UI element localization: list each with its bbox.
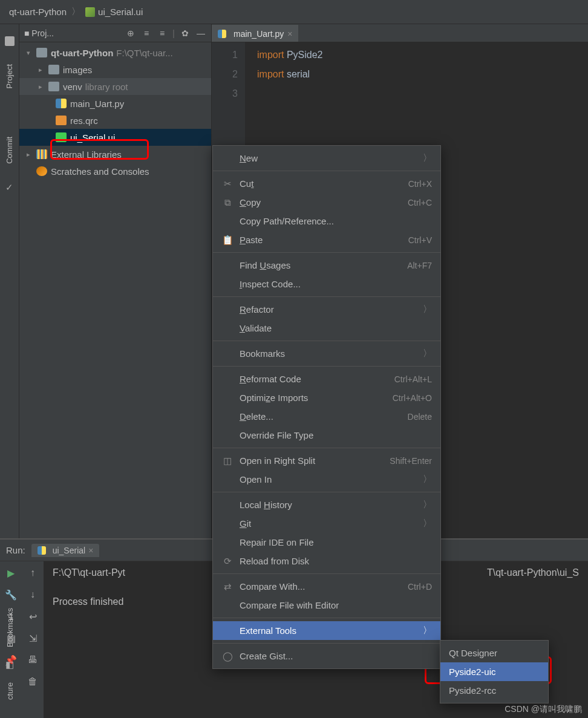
folder-icon — [36, 48, 47, 57]
github-icon: ◯ — [221, 651, 234, 662]
menu-copy[interactable]: ⧉CopyCtrl+C — [213, 193, 440, 212]
editor-tab-main-uart[interactable]: main_Uart.py × — [212, 25, 298, 42]
compare-icon: ⇄ — [221, 581, 234, 592]
external-tools-submenu: Qt Designer Pyside2-uic Pyside2-rcc — [440, 640, 549, 703]
context-menu: New〉 ✂CutCtrl+X ⧉CopyCtrl+C Copy Path/Re… — [212, 145, 441, 669]
menu-refactor[interactable]: Refactor〉 — [213, 300, 440, 319]
breadcrumb-file[interactable]: ui_Serial.ui — [98, 7, 143, 17]
submenu-qt-designer[interactable]: Qt Designer — [440, 644, 548, 662]
expand-all-icon[interactable]: ≡ — [141, 28, 152, 39]
menu-separator — [213, 573, 440, 574]
submenu-pyside2-uic[interactable]: Pyside2-uic — [440, 662, 548, 681]
run-actions-right: ↑ ↓ ↩ ⇲ 🖶 🗑 — [22, 561, 44, 718]
tree-main-uart-row[interactable]: main_Uart.py — [19, 95, 211, 112]
folder-icon — [48, 65, 59, 74]
watermark: CSDN @请叫我啸鹏 — [505, 704, 582, 715]
scratches-icon — [36, 166, 47, 176]
menu-repair[interactable]: Repair IDE on File — [213, 533, 440, 552]
hide-icon[interactable]: — — [195, 28, 206, 39]
tree-images-row[interactable]: ▸ images — [19, 61, 211, 78]
menu-copy-path[interactable]: Copy Path/Reference... — [213, 212, 440, 230]
scroll-to-end-icon[interactable]: ⇲ — [27, 633, 38, 644]
settings-icon[interactable]: ✿ — [180, 28, 191, 39]
structure-tool-label[interactable]: cture — [5, 682, 15, 700]
project-header: ■ Proj... ⊕ ≡ ≡ | ✿ — — [19, 24, 211, 42]
menu-separator — [213, 643, 440, 644]
tree-item-label: res.qrc — [70, 116, 98, 126]
menu-optimize[interactable]: Optimize ImportsCtrl+Alt+O — [213, 388, 440, 407]
print-icon[interactable]: 🖶 — [27, 654, 38, 665]
python-file-icon — [56, 99, 67, 108]
tree-res-qrc-row[interactable]: res.qrc — [19, 112, 211, 129]
run-tab[interactable]: ui_Serial × — [31, 544, 100, 557]
library-icon — [36, 149, 47, 159]
menu-new[interactable]: New〉 — [213, 149, 440, 168]
menu-inspect[interactable]: Inspect Code... — [213, 275, 440, 293]
menu-separator — [213, 618, 440, 618]
chevron-right-icon: ▸ — [39, 66, 46, 74]
tree-item-label: main_Uart.py — [70, 99, 124, 109]
menu-create-gist[interactable]: ◯Create Gist... — [213, 647, 440, 665]
line-number: 3 — [212, 84, 238, 103]
breadcrumb: qt-uart-Python 〉 ui_Serial.ui — [0, 0, 588, 24]
menu-open-split[interactable]: ◫Open in Right SplitShift+Enter — [213, 451, 440, 470]
menu-external-tools[interactable]: External Tools〉 — [213, 621, 440, 640]
tab-label: main_Uart.py — [234, 29, 284, 39]
python-file-icon — [38, 546, 46, 555]
menu-separator — [213, 171, 440, 171]
copy-icon: ⧉ — [221, 197, 234, 208]
menu-compare-editor[interactable]: Compare File with Editor — [213, 596, 440, 615]
bookmarks-tool-label[interactable]: Bookmarks — [5, 608, 15, 647]
paste-icon: 📋 — [221, 235, 234, 246]
menu-paste[interactable]: 📋PasteCtrl+V — [213, 230, 440, 249]
breadcrumb-root[interactable]: qt-uart-Python — [9, 7, 67, 17]
tree-venv-row[interactable]: ▸ venv library root — [19, 78, 211, 95]
run-tab-label: ui_Serial — [53, 546, 85, 555]
menu-override[interactable]: Override File Type — [213, 426, 440, 445]
menu-compare-with[interactable]: ⇄Compare With...Ctrl+D — [213, 577, 440, 596]
menu-find-usages[interactable]: Find UsagesAlt+F7 — [213, 256, 440, 275]
tree-root-row[interactable]: ▾ qt-uart-Python F:\QT\qt-uar... — [19, 44, 211, 61]
project-tool-icon[interactable] — [5, 36, 15, 46]
locate-icon[interactable]: ⊕ — [125, 28, 136, 39]
menu-separator — [213, 366, 440, 367]
project-title[interactable]: ■ Proj... — [24, 28, 120, 38]
submenu-pyside2-rcc[interactable]: Pyside2-rcc — [440, 681, 548, 700]
menu-bookmarks[interactable]: Bookmarks〉 — [213, 344, 440, 363]
menu-cut[interactable]: ✂CutCtrl+X — [213, 174, 440, 193]
menu-git[interactable]: Git〉 — [213, 514, 440, 533]
menu-validate[interactable]: Validate — [213, 319, 440, 338]
editor-tabbar: main_Uart.py × — [212, 24, 588, 42]
run-cmd-line-tail: T\qt-uart-Python\ui_S — [487, 567, 579, 578]
up-icon[interactable]: ↑ — [27, 567, 38, 578]
menu-reload[interactable]: ⟳Reload from Disk — [213, 552, 440, 570]
close-icon[interactable]: × — [88, 546, 93, 555]
bookmarks-tool-icon[interactable]: ◧ — [5, 659, 14, 670]
tree-item-label: images — [63, 65, 92, 75]
commit-tool-label[interactable]: Commit — [5, 137, 14, 164]
menu-reformat[interactable]: Reformat CodeCtrl+Alt+L — [213, 370, 440, 388]
project-tool-label[interactable]: Project — [5, 64, 14, 88]
tree-root-label: qt-uart-Python — [51, 48, 113, 58]
tree-venv-note: library root — [85, 82, 128, 92]
menu-delete[interactable]: Delete...Delete — [213, 407, 440, 426]
python-file-icon — [218, 30, 226, 38]
tree-scratches-row[interactable]: Scratches and Consoles — [19, 163, 211, 180]
menu-open-in[interactable]: Open In〉 — [213, 470, 440, 489]
menu-separator — [213, 448, 440, 448]
menu-local-history[interactable]: Local History〉 — [213, 495, 440, 514]
cut-icon: ✂ — [221, 178, 234, 189]
wrench-icon[interactable]: 🔧 — [5, 589, 16, 600]
collapse-all-icon[interactable]: ≡ — [157, 28, 168, 39]
rerun-icon[interactable]: ▶ — [5, 567, 16, 578]
chevron-down-icon: ▾ — [27, 49, 34, 57]
menu-separator — [213, 252, 440, 253]
wrap-icon[interactable]: ↩ — [27, 611, 38, 622]
close-icon[interactable]: × — [287, 29, 292, 39]
down-icon[interactable]: ↓ — [27, 589, 38, 600]
qt-file-icon — [85, 7, 95, 17]
annotation-box-tree — [50, 139, 149, 160]
project-tree: ▾ qt-uart-Python F:\QT\qt-uar... ▸ image… — [19, 42, 211, 181]
trash-icon[interactable]: 🗑 — [27, 676, 38, 687]
commit-tool-icon[interactable]: ✓ — [5, 182, 13, 193]
